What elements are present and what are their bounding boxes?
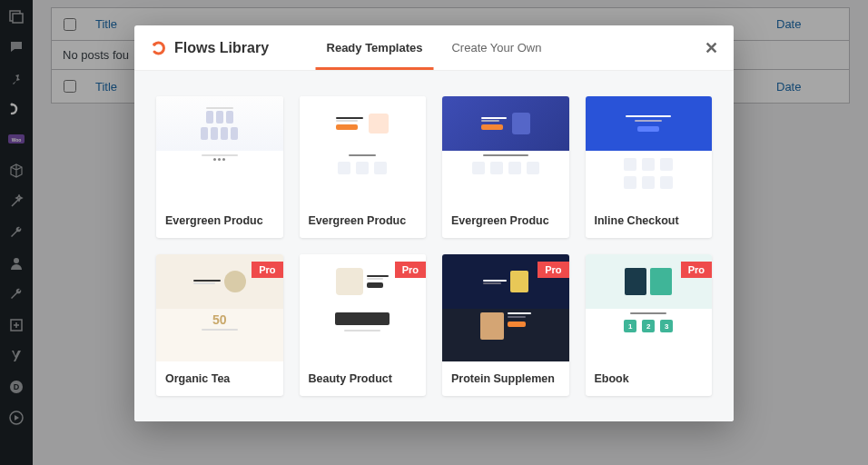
modal-overlay[interactable]: Flows Library Ready Templates Create You… [0,0,868,465]
pro-badge: Pro [395,262,426,278]
pro-badge: Pro [538,262,568,278]
template-thumbnail [300,96,427,203]
svg-point-10 [153,43,156,46]
cartflows-logo-icon [151,40,167,56]
template-label: Evergreen Produc [300,203,427,238]
pro-badge: Pro [681,262,712,278]
template-card[interactable]: Inline Checkout [586,96,713,238]
template-thumbnail [586,96,713,203]
template-card[interactable]: Pro 123 Ebook [586,254,713,396]
template-label: Protein Supplemen [442,361,569,396]
template-label: Inline Checkout [586,203,713,238]
template-card[interactable]: Evergreen Produc [300,96,427,238]
template-card[interactable]: Pro Beauty Product [300,254,427,396]
template-card[interactable]: Pro Protein Supplemen [442,254,569,396]
template-grid: Evergreen Produc Evergreen Produc Evergr… [134,71,734,421]
tab-ready-templates[interactable]: Ready Templates [327,25,423,70]
template-label: Beauty Product [300,361,427,396]
modal-title: Flows Library [174,40,269,56]
template-label: Organic Tea [156,361,283,396]
pro-badge: Pro [252,262,282,278]
template-label: Evergreen Produc [442,203,569,238]
template-card[interactable]: Pro 50 Organic Tea [156,254,283,396]
template-thumbnail [156,96,283,203]
modal-header: Flows Library Ready Templates Create You… [134,25,734,71]
template-card[interactable]: Evergreen Produc [442,96,569,238]
template-label: Ebook [586,361,713,396]
flows-library-modal: Flows Library Ready Templates Create You… [134,25,734,421]
tab-create-your-own[interactable]: Create Your Own [451,25,541,70]
template-thumbnail [442,96,569,203]
template-label: Evergreen Produc [156,203,283,238]
template-card[interactable]: Evergreen Produc [156,96,283,238]
close-icon[interactable]: ✕ [701,38,721,58]
modal-tabs: Ready Templates Create Your Own [327,25,542,70]
modal-brand: Flows Library [134,40,269,56]
